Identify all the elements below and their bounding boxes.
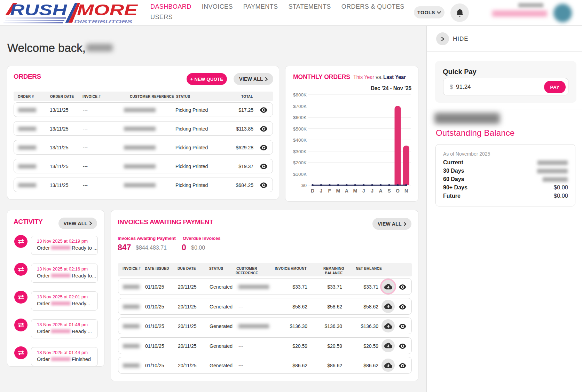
svg-text:A: A <box>345 188 348 194</box>
svg-text:J: J <box>362 188 365 194</box>
svg-text:O: O <box>396 188 400 194</box>
svg-text:Dec '24 - Nov '25: Dec '24 - Nov '25 <box>371 85 411 92</box>
svg-text:MONTHLY ORDERS: MONTHLY ORDERS <box>293 73 350 80</box>
svg-text:This Year: This Year <box>353 74 375 80</box>
svg-text:$100K: $100K <box>293 172 307 177</box>
svg-text:Last Year: Last Year <box>383 74 406 80</box>
svg-text:F: F <box>328 188 331 194</box>
svg-text:$700K: $700K <box>293 104 307 109</box>
svg-text:$800K: $800K <box>293 92 307 97</box>
svg-text:N: N <box>404 188 408 194</box>
svg-text:DISTRIBUTORS: DISTRIBUTORS <box>74 18 132 24</box>
svg-text:$400K: $400K <box>293 138 307 143</box>
svg-text:D: D <box>311 188 314 194</box>
svg-text:M: M <box>353 188 357 194</box>
svg-text:MORE: MORE <box>77 1 139 19</box>
svg-text:vs.: vs. <box>376 74 383 80</box>
svg-text:$0: $0 <box>301 183 307 188</box>
svg-text:$500K: $500K <box>293 126 307 132</box>
svg-text:M: M <box>336 188 340 194</box>
svg-text:$200K: $200K <box>293 160 307 165</box>
svg-text:J: J <box>320 188 323 194</box>
svg-text:J: J <box>371 188 373 194</box>
svg-text:A: A <box>379 188 383 194</box>
svg-text:$600K: $600K <box>293 115 307 120</box>
svg-text:$300K: $300K <box>293 149 307 154</box>
svg-text:S: S <box>387 188 391 194</box>
svg-text:RUSH: RUSH <box>10 1 68 19</box>
